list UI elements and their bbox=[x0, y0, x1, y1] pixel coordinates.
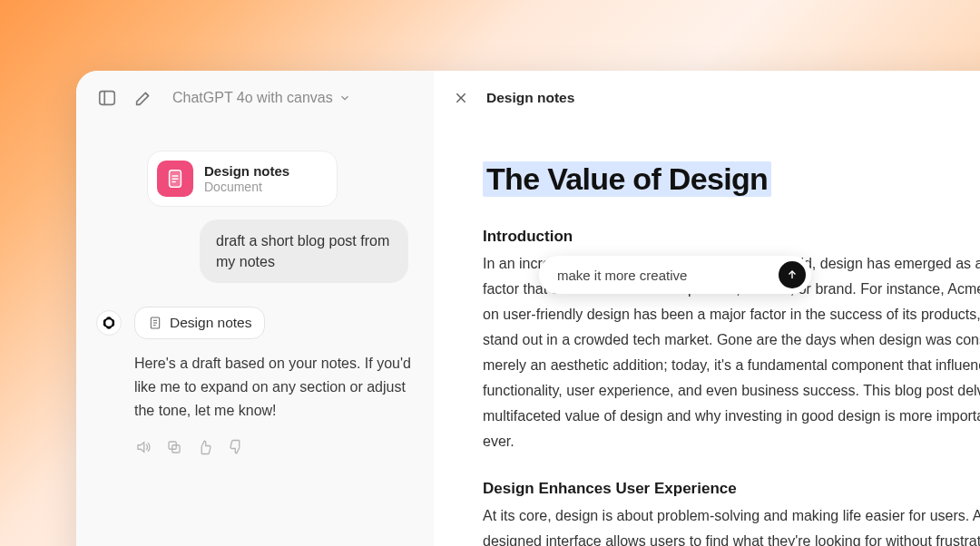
copy-button[interactable] bbox=[165, 438, 183, 456]
thumbs-down-icon bbox=[228, 439, 244, 455]
svg-rect-3 bbox=[172, 179, 178, 180]
compose-icon bbox=[133, 88, 153, 108]
thumbs-up-icon bbox=[197, 439, 213, 455]
attachment-title: Design notes bbox=[204, 163, 289, 179]
section-2-heading[interactable]: Design Enhances User Experience bbox=[483, 480, 980, 498]
chat-panel: ChatGPT 4o with canvas Design notes Docu… bbox=[76, 71, 434, 546]
svg-rect-2 bbox=[172, 175, 178, 176]
sidebar-icon bbox=[97, 88, 117, 108]
thumbs-down-button[interactable] bbox=[227, 438, 245, 456]
document-body[interactable]: The Value of Design Introduction In an i… bbox=[434, 112, 980, 546]
copy-icon bbox=[166, 439, 182, 455]
arrow-up-icon bbox=[786, 268, 799, 281]
svg-rect-4 bbox=[172, 181, 176, 182]
svg-rect-0 bbox=[100, 92, 115, 105]
doc-chip-icon bbox=[148, 316, 162, 330]
close-canvas-button[interactable] bbox=[452, 89, 470, 107]
message-actions bbox=[134, 438, 414, 456]
openai-logo-icon bbox=[102, 316, 116, 330]
speak-button[interactable] bbox=[134, 438, 152, 456]
selection-prompt-send-button[interactable] bbox=[779, 261, 806, 288]
selection-prompt-input[interactable]: make it more creative bbox=[557, 268, 769, 283]
attachment-card[interactable]: Design notes Document bbox=[147, 151, 338, 207]
thumbs-up-button[interactable] bbox=[196, 438, 214, 456]
assistant-message: Design notes bbox=[96, 307, 414, 339]
section-1-heading[interactable]: Introduction bbox=[483, 228, 980, 246]
doc-chip-label: Design notes bbox=[170, 315, 251, 331]
section-2-body[interactable]: At its core, design is about problem-sol… bbox=[483, 503, 980, 546]
document-icon bbox=[157, 161, 193, 197]
app-window: ChatGPT 4o with canvas Design notes Docu… bbox=[76, 71, 980, 546]
canvas-title: Design notes bbox=[486, 90, 574, 106]
chevron-down-icon bbox=[338, 92, 351, 104]
model-label: ChatGPT 4o with canvas bbox=[172, 90, 333, 106]
speaker-icon bbox=[135, 439, 152, 455]
document-heading[interactable]: The Value of Design bbox=[483, 161, 771, 197]
canvas-header: Design notes bbox=[434, 71, 980, 112]
toggle-sidebar-button[interactable] bbox=[96, 87, 118, 109]
user-message: draft a short blog post from my notes bbox=[200, 219, 408, 283]
attachment-meta: Design notes Document bbox=[204, 163, 289, 194]
close-icon bbox=[454, 91, 468, 105]
chat-header: ChatGPT 4o with canvas bbox=[96, 87, 414, 109]
assistant-avatar bbox=[96, 310, 122, 336]
canvas-doc-chip[interactable]: Design notes bbox=[134, 307, 265, 339]
canvas-panel: Design notes The Value of Design Introdu… bbox=[434, 71, 980, 546]
svg-marker-10 bbox=[138, 443, 144, 453]
assistant-text: Here's a draft based on your notes. If y… bbox=[134, 352, 414, 422]
model-picker[interactable]: ChatGPT 4o with canvas bbox=[172, 90, 351, 106]
new-chat-button[interactable] bbox=[132, 87, 154, 109]
attachment-subtitle: Document bbox=[204, 180, 289, 194]
selection-prompt-pill: make it more creative bbox=[539, 256, 811, 294]
